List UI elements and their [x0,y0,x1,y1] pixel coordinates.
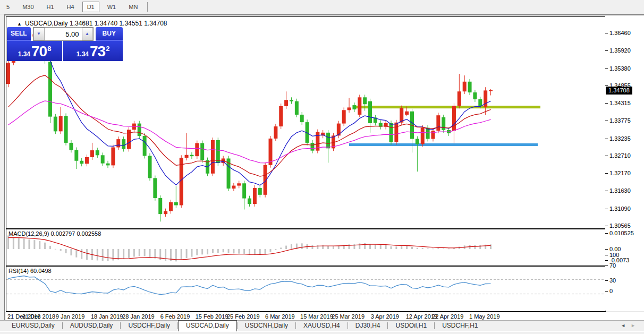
collapse-trade-panel-icon[interactable]: ▲ [17,21,22,27]
trading-app-window: 5M30H1H4D1W1MN ▲USDCAD,Daily 1.34681 1.3… [0,0,644,334]
price-axis-label: 1.36460 [609,30,631,36]
axis-tick-mark [605,260,608,261]
volume-decrease-icon[interactable]: ▼ [33,28,45,40]
price-axis-label: 1.34315 [609,100,631,106]
volume-stepper: ▼ ▲ [33,27,94,41]
axis-tick-mark [605,249,608,250]
one-click-trade-panel: SELL ▼ ▲ BUY 1.34 70 8 1.34 [7,27,123,61]
price-axis[interactable]: 1.364601.359201.353801.348551.343151.337… [605,16,644,311]
timeframe-button-5[interactable]: 5 [2,2,14,12]
chart-ohlc-header: ▲USDCAD,Daily 1.34681 1.34740 1.34551 1.… [17,20,167,27]
price-axis-label: 1.30565 [609,222,631,229]
axis-tick-mark [605,50,608,51]
tab-eurusd-daily[interactable]: EURUSD,Daily [4,321,62,331]
main-chart-panel[interactable]: ▲USDCAD,Daily 1.34681 1.34740 1.34551 1.… [6,16,606,229]
macd-signal-line [9,237,491,260]
axis-tick-mark [605,280,608,281]
tab-usdoil-h1[interactable]: USDOil,H1 [388,321,434,331]
date-axis-label[interactable]: 6 Mar 2019 [265,313,295,320]
buy-button[interactable]: BUY [96,27,123,41]
axis-tick-mark [605,33,608,33]
axis-tick-mark [605,121,608,121]
date-axis-label[interactable]: 28 Jan 2019 [122,313,155,320]
axis-tick-mark [605,85,608,86]
tab-usdcad-daily[interactable]: USDCAD,Daily [178,320,237,331]
axis-tick-mark [605,156,608,156]
rsi-panel[interactable]: RSI(14) 60.0498 [6,266,606,312]
macd-axis-label: 0.010525 [609,230,634,236]
tab-xauusd-h4[interactable]: XAUUSD,H4 [296,321,348,331]
sell-price[interactable]: 1.34 70 8 [7,41,62,61]
tab-dj30-h4[interactable]: DJ30,H4 [348,321,388,331]
price-axis-label: 1.33235 [609,135,631,142]
axis-tick-mark [605,68,608,69]
status-strip [0,331,644,334]
rsi-axis-label: 0 [609,288,613,294]
axis-tick-mark [605,226,608,226]
buy-price-pip: 2 [106,41,109,57]
symbol-tab-bar: EURUSD,DailyAUDUSD,DailyUSDCHF,DailyUSDC… [0,320,644,331]
timeframe-button-mn[interactable]: MN [124,2,142,12]
price-axis-label: 1.32170 [609,170,631,176]
resistance-line[interactable] [353,106,540,108]
sell-price-big: 70 [31,45,47,58]
timeframe-button-m30[interactable]: M30 [18,2,38,12]
buy-price[interactable]: 1.34 73 2 [63,41,123,61]
volume-increase-icon[interactable]: ▲ [82,28,93,40]
date-axis-label[interactable]: 1 May 2019 [469,313,499,320]
moving-average-10 [9,46,491,185]
volume-input[interactable] [45,28,82,40]
price-axis-label: 1.33775 [609,117,631,124]
support-line[interactable] [349,143,538,146]
chart-title: USDCAD,Daily [25,20,68,27]
price-axis-label: 1.32710 [609,152,631,159]
toolbar-separator [147,2,148,12]
price-axis-label: 1.35380 [609,65,631,72]
date-axis-label[interactable]: 9 Jan 2019 [56,313,84,320]
buy-price-prefix: 1.34 [77,50,89,58]
rsi-axis-label: 70 [609,262,616,269]
sell-button[interactable]: SELL [7,27,31,41]
axis-tick-mark [605,233,608,234]
tab-usdchf-daily[interactable]: USDCHF,Daily [121,321,177,331]
sell-price-prefix: 1.34 [18,50,30,58]
date-axis-label[interactable]: 25 Feb 2019 [227,313,260,320]
axis-tick-mark [605,173,608,174]
rsi-axis-label: 100 [609,252,619,258]
price-axis-label: 1.31630 [609,187,631,194]
date-axis-label[interactable]: 3 Apr 2019 [371,313,399,320]
price-axis-label: 1.35920 [609,47,631,54]
date-axis-label[interactable]: 31 Dec 2018 [22,313,55,320]
timeframe-button-h4[interactable]: H4 [62,2,79,12]
axis-tick-mark [605,209,608,209]
date-axis-label[interactable]: 15 Mar 2019 [300,313,333,320]
tab-usdcnh-daily[interactable]: USDCNH,Daily [238,321,295,331]
moving-average-40 [9,101,491,163]
axis-tick-mark [605,291,608,292]
timeframe-button-h1[interactable]: H1 [42,2,59,12]
axis-tick-mark [605,139,608,139]
ohlc-open: 1.34681 [70,20,92,27]
ohlc-close: 1.34708 [144,20,167,27]
tab-audusd-daily[interactable]: AUDUSD,Daily [63,321,121,331]
buy-price-big: 73 [90,45,105,58]
tab-usdchf-h1[interactable]: USDCHF,H1 [435,321,485,331]
date-axis-label[interactable]: 6 Feb 2019 [160,313,190,320]
macd-label: MACD(12,26,9) 0.002797 0.002558 [9,230,101,237]
tab-scroll-right-icon[interactable]: ► [631,323,641,328]
macd-panel[interactable]: MACD(12,26,9) 0.002797 0.002558 [6,229,606,266]
date-axis-label[interactable]: 15 Feb 2019 [196,313,228,320]
date-axis-label[interactable]: 18 Jan 2019 [91,313,123,320]
timeframe-button-w1[interactable]: W1 [103,2,121,12]
timeframe-button-d1[interactable]: D1 [82,2,99,12]
ohlc-low: 1.34551 [119,20,142,27]
axis-tick-mark [605,191,608,191]
price-axis-label: 1.31090 [609,205,631,212]
tab-scroll-arrows: ◄► [621,323,641,328]
rsi-axis-label: 30 [609,277,616,284]
date-axis-label[interactable]: 25 Mar 2019 [332,313,365,320]
axis-tick-mark [605,103,608,104]
tab-scroll-left-icon[interactable]: ◄ [621,323,631,328]
sell-price-pip: 8 [47,41,51,57]
date-axis-label[interactable]: 22 Apr 2019 [432,313,463,320]
